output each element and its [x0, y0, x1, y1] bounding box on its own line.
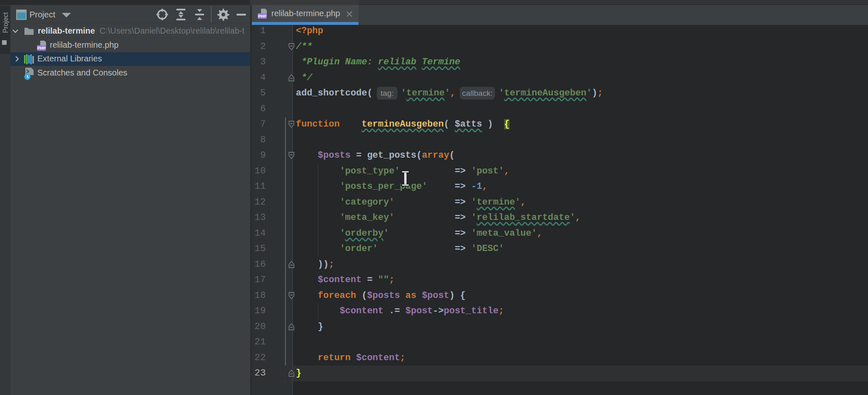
svg-text:PHP: PHP: [258, 14, 266, 18]
svg-text:PHP: PHP: [37, 46, 46, 50]
